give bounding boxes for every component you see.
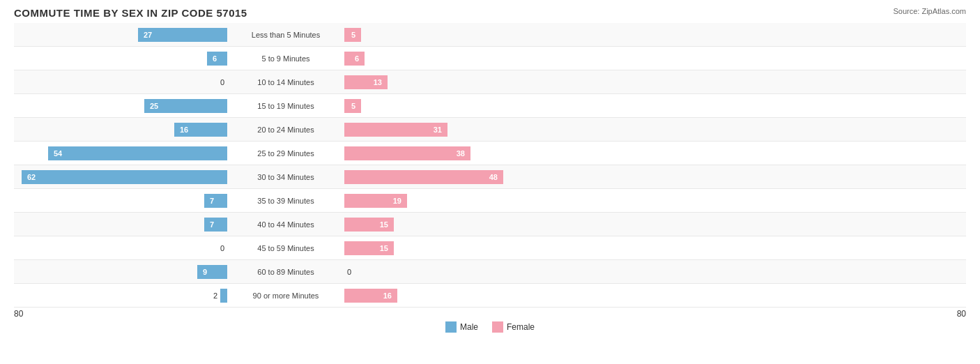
male-side: 0 — [14, 236, 230, 259]
female-bar: 6 — [344, 52, 365, 66]
male-value: 7 — [207, 197, 217, 205]
female-value: 6 — [352, 54, 362, 63]
row-label: 5 to 9 Minutes — [230, 54, 342, 63]
female-side: 5 — [342, 23, 558, 46]
female-bar: 31 — [344, 123, 447, 137]
male-value: 54 — [51, 149, 65, 158]
male-side: 7 — [14, 189, 230, 212]
male-value: 0 — [220, 78, 224, 86]
table-row: 735 to 39 Minutes19 — [14, 189, 966, 213]
female-side: 6 — [342, 47, 558, 70]
table-row: 5425 to 29 Minutes38 — [14, 142, 966, 165]
row-label: 30 to 34 Minutes — [230, 173, 342, 181]
table-row: 27Less than 5 Minutes5 — [14, 23, 966, 47]
row-label: 10 to 14 Minutes — [230, 78, 342, 86]
female-value: 13 — [371, 78, 385, 86]
female-value: 5 — [349, 31, 358, 39]
row-label: 40 to 44 Minutes — [230, 220, 342, 229]
male-value: 62 — [24, 173, 38, 181]
row-label: 25 to 29 Minutes — [230, 149, 342, 158]
male-swatch — [445, 321, 457, 333]
female-side: 0 — [342, 260, 558, 283]
male-value: 25 — [147, 102, 161, 110]
male-side: 54 — [14, 142, 230, 165]
female-bar: 16 — [344, 289, 397, 303]
male-value: 9 — [200, 268, 210, 276]
table-row: 1620 to 24 Minutes31 — [14, 118, 966, 142]
male-value: 2 — [213, 291, 217, 300]
female-bar: 38 — [344, 146, 470, 160]
table-row: 740 to 44 Minutes15 — [14, 213, 966, 236]
female-side: 31 — [342, 118, 558, 141]
chart-container: COMMUTE TIME BY SEX IN ZIP CODE 57015 So… — [0, 0, 980, 364]
female-side: 15 — [342, 236, 558, 259]
female-value: 38 — [454, 149, 468, 158]
female-value: 31 — [431, 126, 445, 134]
male-bar: 25 — [144, 99, 227, 113]
legend-female: Female — [492, 321, 535, 333]
male-side: 6 — [14, 47, 230, 70]
legend-male: Male — [445, 321, 478, 333]
male-side: 62 — [14, 165, 230, 188]
male-bar: 27 — [138, 28, 227, 42]
female-value: 16 — [381, 291, 395, 300]
female-label: Female — [507, 322, 535, 332]
male-bar: 7 — [204, 218, 227, 232]
male-value: 7 — [207, 220, 217, 229]
row-label: Less than 5 Minutes — [230, 31, 342, 39]
row-label: 90 or more Minutes — [230, 291, 342, 300]
male-side: 9 — [14, 260, 230, 283]
female-bar: 5 — [344, 28, 361, 42]
male-bar: 62 — [22, 170, 227, 184]
male-side: 25 — [14, 94, 230, 117]
male-bar: 6 — [207, 52, 227, 66]
male-bar: 16 — [174, 123, 227, 137]
female-side: 15 — [342, 213, 558, 236]
male-side: 2 — [14, 284, 230, 307]
bars-area: 27Less than 5 Minutes565 to 9 Minutes601… — [14, 23, 966, 308]
female-side: 19 — [342, 189, 558, 212]
female-bar: 15 — [344, 241, 394, 255]
table-row: 290 or more Minutes16 — [14, 284, 966, 308]
female-side: 16 — [342, 284, 558, 307]
male-label: Male — [460, 322, 478, 332]
table-row: 960 to 89 Minutes0 — [14, 260, 966, 284]
female-side: 5 — [342, 94, 558, 117]
male-side: 7 — [14, 213, 230, 236]
female-side: 13 — [342, 70, 558, 93]
female-side: 48 — [342, 165, 558, 188]
axis-left: 80 — [14, 309, 23, 319]
male-value: 6 — [210, 54, 220, 63]
female-bar: 48 — [344, 170, 503, 184]
table-row: 6230 to 34 Minutes48 — [14, 165, 966, 189]
female-value: 0 — [347, 268, 351, 276]
table-row: 010 to 14 Minutes13 — [14, 70, 966, 94]
table-row: 65 to 9 Minutes6 — [14, 47, 966, 70]
male-bar: 9 — [197, 265, 227, 279]
male-bar: 54 — [48, 146, 227, 160]
row-label: 15 to 19 Minutes — [230, 102, 342, 110]
source-text: Source: ZipAtlas.com — [893, 7, 966, 15]
row-label: 20 to 24 Minutes — [230, 126, 342, 134]
female-bar: 19 — [344, 194, 407, 208]
male-bar: 7 — [204, 194, 227, 208]
axis-right: 80 — [957, 309, 966, 319]
table-row: 045 to 59 Minutes15 — [14, 236, 966, 260]
female-bar: 5 — [344, 99, 361, 113]
female-value: 48 — [487, 173, 500, 181]
female-value: 5 — [349, 102, 358, 110]
female-bar: 13 — [344, 75, 388, 89]
table-row: 2515 to 19 Minutes5 — [14, 94, 966, 118]
female-value: 15 — [377, 220, 391, 229]
male-side: 27 — [14, 23, 230, 46]
male-side: 0 — [14, 70, 230, 93]
row-label: 45 to 59 Minutes — [230, 244, 342, 252]
legend: Male Female — [14, 321, 966, 333]
female-side: 38 — [342, 142, 558, 165]
female-bar: 15 — [344, 218, 394, 232]
male-bar — [220, 289, 227, 303]
row-label: 60 to 89 Minutes — [230, 268, 342, 276]
female-swatch — [492, 321, 503, 333]
female-value: 19 — [390, 197, 404, 205]
male-value: 27 — [141, 31, 155, 39]
